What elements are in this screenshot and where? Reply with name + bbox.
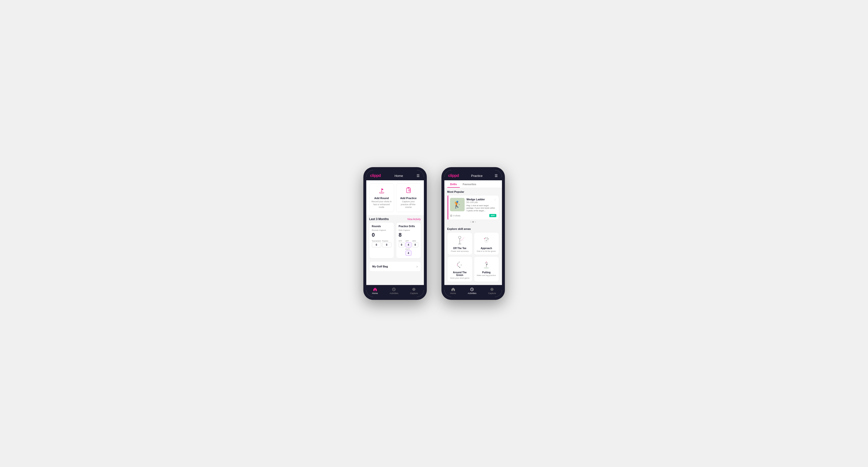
- phone2-menu-icon[interactable]: ☰: [495, 174, 498, 178]
- arg-label: ARG: [412, 240, 418, 242]
- nav-capture-label-2: Capture: [488, 292, 496, 294]
- drill-card-inner: 🏌️ Wedge Ladder 50–100 yds ☆ Play 1 shot…: [450, 198, 496, 212]
- phone2-logo: clippd: [448, 174, 459, 178]
- home-nav-icon-2: [451, 287, 455, 291]
- app-stat: APP 4: [406, 240, 411, 247]
- skill-grid: Off The Tee Power and accuracy: [447, 232, 499, 282]
- nav-activities-1[interactable]: Activities: [390, 287, 399, 294]
- nav-home-label-1: Home: [372, 292, 378, 294]
- tab-drills[interactable]: Drills: [447, 180, 460, 188]
- drill-range: 50–100 yds: [467, 201, 485, 204]
- approach-name: Approach: [481, 247, 492, 250]
- drill-footer: 9 shots APP: [450, 214, 496, 217]
- activities-nav-icon-2: [470, 287, 474, 291]
- activity-section-header: Last 3 Months View Activity: [366, 215, 424, 222]
- nav-home-2[interactable]: Home: [450, 287, 456, 294]
- capture-nav-icon-2: [490, 287, 494, 291]
- app-badge: APP: [489, 214, 496, 217]
- phone2-content: Most Popular 🏌️ Wedge Ladder 50–100 yds: [444, 188, 502, 285]
- nav-capture-2[interactable]: Capture: [488, 287, 496, 294]
- capture-nav-icon-1: [412, 287, 416, 291]
- svg-point-13: [459, 236, 461, 239]
- approach-desc: Dial-in to hit the green: [477, 250, 496, 252]
- rounds-capture-label: Rounds Capture: [372, 229, 392, 231]
- explore-title: Explore skill areas: [447, 227, 499, 230]
- skill-around-green[interactable]: Around The Green Hone your short game: [447, 256, 472, 282]
- golf-bag-label: My Golf Bag: [372, 265, 388, 268]
- dot-2: [472, 221, 474, 222]
- ott-stat: OTT 0: [399, 240, 405, 247]
- svg-point-12: [451, 215, 452, 216]
- skill-putting[interactable]: Putting Make and lag practice: [474, 256, 499, 282]
- add-round-card[interactable]: Add Round Record your shots in fast or e…: [369, 183, 394, 212]
- nav-home-label-2: Home: [450, 292, 456, 294]
- drill-sub-stats: OTT 0 APP 4 ARG 0 PUTT 4: [399, 240, 418, 256]
- approach-icon-area: [480, 235, 492, 246]
- putt-label: PUTT: [406, 248, 411, 250]
- off-the-tee-name: Off The Tee: [453, 247, 466, 250]
- nav-activities-2[interactable]: Activities: [468, 287, 476, 294]
- shots-icon: [450, 215, 453, 217]
- nav-activities-label-2: Activities: [468, 292, 476, 294]
- add-practice-desc: Capture your practice off-the-course: [398, 200, 419, 209]
- around-green-icon-area: [454, 259, 466, 270]
- tee-skill-icon: [454, 236, 466, 246]
- app-value: 4: [406, 242, 411, 247]
- skill-off-the-tee[interactable]: Off The Tee Power and accuracy: [447, 232, 472, 255]
- around-green-name: Around The Green: [450, 271, 470, 276]
- off-the-tee-desc: Power and accuracy: [451, 250, 468, 252]
- putting-skill-icon: [480, 259, 492, 270]
- practice-label: Practice: [382, 240, 392, 242]
- stats-container: Rounds Rounds Capture 0 Tournament 0 Pra…: [366, 222, 424, 261]
- drill-thumbnail: 🏌️: [450, 198, 465, 211]
- tabs-bar: Drills Favourites: [444, 180, 502, 188]
- arg-stat: ARG 0: [412, 240, 418, 247]
- tournament-stat: Tournament 0: [372, 240, 381, 247]
- arg-value: 0: [412, 242, 418, 247]
- phone1-title: Home: [395, 174, 403, 178]
- chevron-right-icon: ›: [416, 264, 418, 269]
- putting-desc: Make and lag practice: [477, 274, 496, 276]
- dots-indicator: [447, 220, 499, 224]
- action-cards: Add Round Record your shots in fast or e…: [366, 180, 424, 215]
- add-practice-card[interactable]: Add Practice Capture your practice off-t…: [396, 183, 421, 212]
- approach-skill-icon: [480, 236, 492, 246]
- ott-value: 0: [399, 242, 405, 247]
- add-round-title: Add Round: [374, 197, 389, 199]
- phone1-menu-icon[interactable]: ☰: [416, 174, 420, 178]
- most-popular-label: Most Popular: [447, 190, 499, 193]
- phone2-bottom-nav: Home Activities Capture: [444, 285, 502, 297]
- rounds-sub-stats: Tournament 0 Practice 0: [372, 240, 392, 247]
- phone1-logo: clippd: [370, 174, 381, 178]
- drills-capture-label: Drils Capture: [399, 229, 418, 231]
- around-green-skill-icon: [454, 259, 466, 270]
- nav-capture-label-1: Capture: [410, 292, 418, 294]
- skill-approach[interactable]: Approach Dial-in to hit the green: [474, 232, 499, 255]
- drill-name: Wedge Ladder: [467, 198, 485, 201]
- tournament-label: Tournament: [372, 240, 381, 242]
- rounds-stats-box: Rounds Rounds Capture 0 Tournament 0 Pra…: [369, 222, 394, 258]
- drill-card-wedge-ladder[interactable]: 🏌️ Wedge Ladder 50–100 yds ☆ Play 1 shot…: [447, 195, 499, 220]
- golf-bag-row[interactable]: My Golf Bag ›: [369, 261, 421, 272]
- add-practice-title: Add Practice: [400, 197, 416, 199]
- drill-description: Play 1 shot at each target yardage. If y…: [467, 205, 496, 212]
- rounds-total: 0: [372, 232, 392, 238]
- favourite-star-icon[interactable]: ☆: [494, 198, 496, 201]
- nav-capture-1[interactable]: Capture: [410, 287, 418, 294]
- phone-2-screen: clippd Practice ☰ Drills Favourites Most…: [444, 170, 502, 297]
- putt-value: 4: [406, 251, 411, 256]
- phone1-bottom-nav: Home Activities Capture: [366, 285, 424, 297]
- activity-section-title: Last 3 Months: [369, 217, 389, 221]
- around-green-desc: Hone your short game: [450, 277, 469, 279]
- tab-favourites[interactable]: Favourites: [460, 180, 479, 188]
- explore-section: Explore skill areas: [444, 225, 502, 284]
- putting-icon-area: [480, 259, 492, 270]
- nav-activities-label-1: Activities: [390, 292, 399, 294]
- tournament-value: 0: [372, 242, 381, 247]
- phone2-title: Practice: [471, 174, 483, 178]
- practice-value: 0: [382, 242, 392, 247]
- view-activity-link[interactable]: View Activity: [407, 218, 421, 221]
- nav-home-1[interactable]: Home: [372, 287, 378, 294]
- ott-label: OTT: [399, 240, 405, 242]
- drill-info: Wedge Ladder 50–100 yds ☆ Play 1 shot at…: [467, 198, 496, 212]
